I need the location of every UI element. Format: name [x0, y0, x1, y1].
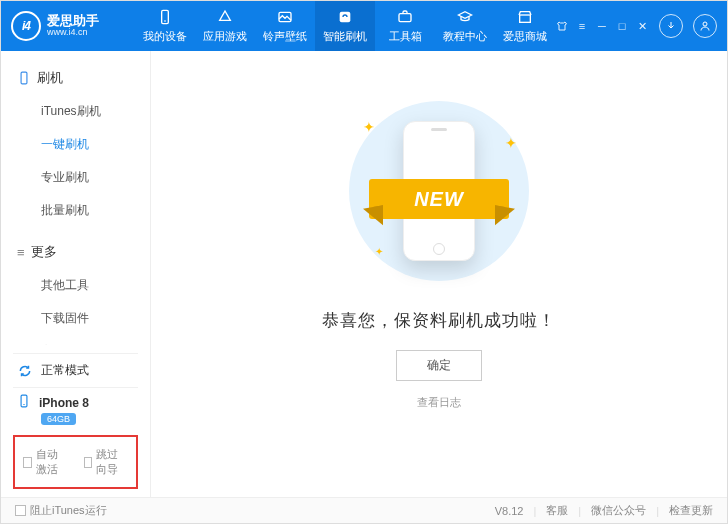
menu-icon[interactable]: ≡ [575, 19, 589, 33]
svg-rect-4 [399, 14, 411, 22]
refresh-icon [336, 8, 354, 26]
nav-label: 智能刷机 [323, 29, 367, 44]
titlebar: i4 爱思助手 www.i4.cn 我的设备 应用游戏 铃声壁纸 智能刷机 [1, 1, 727, 51]
mode-status[interactable]: 正常模式 [13, 353, 138, 387]
store-icon [516, 8, 534, 26]
checkbox-icon [84, 457, 93, 468]
main-nav: 我的设备 应用游戏 铃声壁纸 智能刷机 工具箱 教程中心 [135, 1, 555, 51]
sidebar-item-download[interactable]: 下载固件 [1, 302, 150, 335]
logo-icon: i4 [11, 11, 41, 41]
new-ribbon: NEW [369, 179, 509, 219]
nav-label: 教程中心 [443, 29, 487, 44]
version-label: V8.12 [495, 505, 524, 517]
nav-mall[interactable]: 爱思商城 [495, 1, 555, 51]
sidebar: 刷机 iTunes刷机 一键刷机 专业刷机 批量刷机 ≡ 更多 [1, 51, 151, 497]
block-itunes-checkbox[interactable]: 阻止iTunes运行 [15, 503, 107, 518]
logo-title: 爱思助手 [47, 14, 99, 28]
nav-label: 我的设备 [143, 29, 187, 44]
section-title: 更多 [31, 243, 57, 261]
svg-rect-5 [520, 15, 531, 22]
section-title: 刷机 [37, 69, 63, 87]
refresh-status-icon [17, 363, 33, 379]
close-icon[interactable]: ✕ [635, 19, 649, 33]
sidebar-item-pro[interactable]: 专业刷机 [1, 161, 150, 194]
separator: | [656, 505, 659, 517]
sidebar-item-itunes[interactable]: iTunes刷机 [1, 95, 150, 128]
sparkle-icon: ✦ [363, 119, 375, 135]
options-highlight: 自动激活 跳过向导 [13, 435, 138, 489]
sidebar-item-other[interactable]: 其他工具 [1, 269, 150, 302]
wechat-link[interactable]: 微信公众号 [591, 503, 646, 518]
sparkle-icon: ✦ [505, 135, 517, 151]
nav-appgame[interactable]: 应用游戏 [195, 1, 255, 51]
statusbar: 阻止iTunes运行 V8.12 | 客服 | 微信公众号 | 检查更新 [1, 497, 727, 523]
nav-mydevice[interactable]: 我的设备 [135, 1, 195, 51]
sparkle-icon: ✦ [375, 246, 383, 257]
device-phone-icon [17, 394, 31, 411]
logo: i4 爱思助手 www.i4.cn [11, 11, 135, 41]
nav-smartflash[interactable]: 智能刷机 [315, 1, 375, 51]
auto-activate-checkbox[interactable]: 自动激活 [23, 447, 68, 477]
confirm-button[interactable]: 确定 [396, 350, 482, 381]
nav-tutorial[interactable]: 教程中心 [435, 1, 495, 51]
user-button[interactable] [693, 14, 717, 38]
checkupdate-link[interactable]: 检查更新 [669, 503, 713, 518]
support-link[interactable]: 客服 [546, 503, 568, 518]
svg-rect-3 [340, 12, 351, 23]
mode-label: 正常模式 [41, 362, 89, 379]
logo-subtitle: www.i4.cn [47, 28, 99, 38]
body: 刷机 iTunes刷机 一键刷机 专业刷机 批量刷机 ≡ 更多 [1, 51, 727, 497]
svg-rect-8 [21, 395, 27, 407]
maximize-icon[interactable]: □ [615, 19, 629, 33]
sidebar-item-batch[interactable]: 批量刷机 [1, 194, 150, 227]
skip-wizard-checkbox[interactable]: 跳过向导 [84, 447, 129, 477]
nav-label: 应用游戏 [203, 29, 247, 44]
phone-outline-icon [17, 71, 31, 85]
device-info[interactable]: iPhone 8 64GB [13, 387, 138, 435]
sidebar-section-more[interactable]: ≡ 更多 [1, 235, 150, 269]
list-icon: ≡ [17, 245, 25, 260]
window-controls: ≡ ─ □ ✕ [555, 14, 717, 38]
checkbox-icon [23, 457, 32, 468]
checkbox-label: 阻止iTunes运行 [30, 503, 107, 518]
nav-label: 铃声壁纸 [263, 29, 307, 44]
checkbox-label: 自动激活 [36, 447, 68, 477]
app-window: i4 爱思助手 www.i4.cn 我的设备 应用游戏 铃声壁纸 智能刷机 [0, 0, 728, 524]
success-illustration: ✦ ✦ ✦ NEW [339, 91, 539, 291]
sidebar-item-onekey[interactable]: 一键刷机 [1, 128, 150, 161]
appstore-icon [216, 8, 234, 26]
device-name: iPhone 8 [39, 396, 89, 410]
sidebar-item-adv[interactable]: 高级功能 [1, 335, 150, 345]
briefcase-icon [396, 8, 414, 26]
nav-label: 工具箱 [389, 29, 422, 44]
graduation-icon [456, 8, 474, 26]
svg-rect-0 [162, 10, 169, 23]
nav-ringwall[interactable]: 铃声壁纸 [255, 1, 315, 51]
sidebar-section-flash[interactable]: 刷机 [1, 61, 150, 95]
shirt-icon[interactable] [555, 19, 569, 33]
minimize-icon[interactable]: ─ [595, 19, 609, 33]
checkbox-icon [15, 505, 26, 516]
svg-point-6 [703, 22, 707, 26]
main-content: ✦ ✦ ✦ NEW 恭喜您，保资料刷机成功啦！ 确定 查看日志 [151, 51, 727, 497]
nav-toolbox[interactable]: 工具箱 [375, 1, 435, 51]
svg-rect-7 [21, 72, 27, 84]
view-log-link[interactable]: 查看日志 [417, 395, 461, 410]
phone-icon [156, 8, 174, 26]
separator: | [533, 505, 536, 517]
storage-badge: 64GB [41, 413, 76, 425]
download-button[interactable] [659, 14, 683, 38]
image-icon [276, 8, 294, 26]
nav-label: 爱思商城 [503, 29, 547, 44]
success-message: 恭喜您，保资料刷机成功啦！ [322, 309, 556, 332]
checkbox-label: 跳过向导 [96, 447, 128, 477]
separator: | [578, 505, 581, 517]
